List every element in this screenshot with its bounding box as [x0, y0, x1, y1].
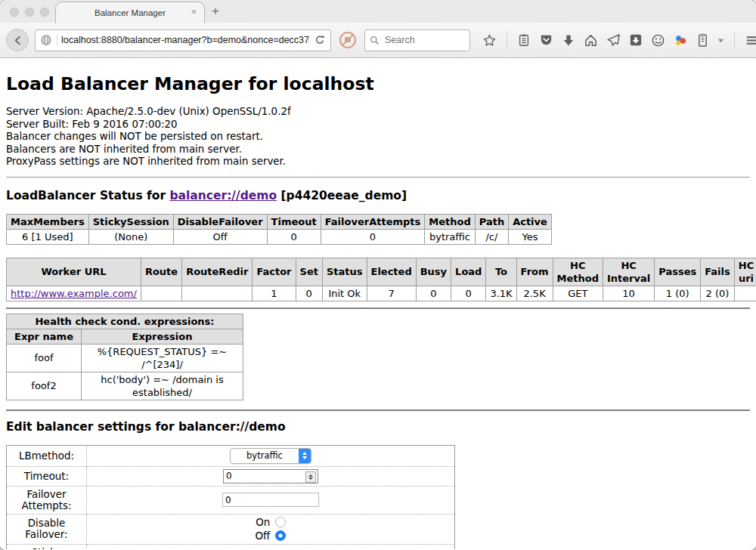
disable-failover-off-radio[interactable]: [275, 530, 286, 541]
worker-url-link[interactable]: http://www.example.com/: [11, 288, 137, 299]
search-input[interactable]: [383, 34, 462, 46]
screenshot-download-icon[interactable]: [629, 33, 643, 47]
menu-hamburger-icon[interactable]: [745, 33, 756, 48]
cell-expr-name: foof2: [7, 372, 82, 400]
form-row-disable-failover: Disable Failover: On Off: [7, 514, 455, 544]
cell-set: 0: [296, 286, 322, 301]
url-text[interactable]: localhost:8880/balancer-manager?b=demo&n…: [57, 35, 308, 45]
col-timeout: Timeout: [267, 214, 321, 229]
form-row-timeout: Timeout:: [7, 466, 455, 486]
col-route: Route: [141, 258, 181, 286]
zoom-window-button[interactable]: [40, 8, 49, 17]
worker-status-table: Worker URL Route RouteRedir Factor Set S…: [6, 258, 756, 301]
col-failoverattempts: FailoverAttempts: [321, 214, 425, 229]
server-info: Server Version: Apache/2.5.0-dev (Unix) …: [6, 106, 750, 168]
cell-path: /c/: [475, 229, 508, 244]
col-disablefailover: DisableFailover: [173, 214, 267, 229]
timeout-label: Timeout:: [7, 466, 87, 486]
col-hc-interval: HC Interval: [603, 258, 654, 286]
colored-dots-addon-icon[interactable]: [674, 33, 688, 48]
reload-button[interactable]: [308, 35, 330, 45]
col-to: To: [486, 258, 516, 286]
col-passes: Passes: [655, 258, 701, 286]
col-stickysession: StickySession: [88, 214, 173, 229]
back-arrow-icon: [12, 35, 23, 46]
device-battery-icon[interactable]: [696, 33, 709, 48]
worker-row: http://www.example.com/ 1 0 Init Ok 7 0 …: [7, 286, 756, 301]
select-stepper-icon: [299, 449, 311, 463]
navigation-toolbar: localhost:8880/balancer-manager?b=demo&n…: [0, 23, 756, 58]
health-table-title: Health check cond. expressions:: [7, 314, 243, 329]
cell-hc-uri: [734, 286, 756, 301]
form-row-failover-attempts: Failover Attempts:: [7, 486, 455, 514]
lbmethod-selected-value: bytraffic: [231, 449, 299, 463]
balancer-demo-link[interactable]: balancer://demo: [169, 189, 277, 202]
page-title: Load Balancer Manager for localhost: [6, 73, 750, 94]
table-title-row: Health check cond. expressions:: [7, 314, 243, 329]
server-built-line: Server Built: Feb 9 2016 07:00:20: [6, 119, 750, 131]
section-divider: [6, 177, 750, 178]
cell-stickysession: (None): [88, 229, 173, 244]
close-tab-icon[interactable]: ×: [191, 7, 197, 17]
col-method: Method: [425, 214, 475, 229]
inherit-warning-line: Balancers are NOT inherited from main se…: [6, 144, 750, 156]
page-content: Load Balancer Manager for localhost Serv…: [0, 58, 756, 549]
col-fails: Fails: [701, 258, 735, 286]
cell-routeredir: [182, 286, 253, 301]
table-header-row: Expr name Expression: [7, 329, 243, 344]
toolbar-buttons: [482, 32, 756, 48]
feedback-smiley-icon[interactable]: [651, 33, 665, 48]
pocket-icon[interactable]: [539, 33, 553, 48]
cell-maxmembers: 6 [1 Used]: [7, 229, 89, 244]
col-from: From: [516, 258, 553, 286]
close-window-button[interactable]: [10, 8, 19, 17]
tab-strip: Balancer Manager × +: [0, 0, 756, 23]
cell-route: [141, 286, 181, 301]
disable-failover-on-radio[interactable]: [275, 517, 286, 527]
cell-to: 3.1K: [486, 286, 516, 301]
failover-attempts-input[interactable]: [222, 493, 319, 507]
browser-window: Balancer Manager × + localhost:8880/bala…: [0, 0, 756, 550]
number-spinner-icon[interactable]: [305, 471, 316, 483]
cell-disablefailover: Off: [173, 229, 267, 244]
cell-method: bytraffic: [425, 229, 475, 244]
lbmethod-label: LBmethod:: [7, 445, 87, 466]
back-button[interactable]: [6, 29, 29, 51]
content-blocked-badge-icon[interactable]: [339, 31, 357, 49]
cell-hc-interval: 10: [603, 286, 654, 301]
tab-balancer-manager[interactable]: Balancer Manager ×: [55, 2, 205, 23]
window-controls[interactable]: [10, 8, 49, 17]
timeout-input[interactable]: [223, 469, 318, 484]
home-icon[interactable]: [584, 33, 598, 48]
col-busy: Busy: [416, 258, 451, 286]
health-expr-row: foof %{REQUEST_STATUS} =~ /^[234]/: [7, 344, 243, 372]
balancer-status-table: MaxMembers StickySession DisableFailover…: [6, 214, 552, 245]
health-expr-row: foof2 hc('body') =~ /domain is establish…: [7, 372, 243, 400]
cell-from: 2.5K: [516, 286, 553, 301]
bookmark-star-icon[interactable]: [482, 33, 497, 48]
lbmethod-select[interactable]: bytraffic: [230, 448, 311, 464]
table-row: 6 [1 Used] (None) Off 0 0 bytraffic /c/ …: [7, 229, 552, 244]
server-version-line: Server Version: Apache/2.5.0-dev (Unix) …: [6, 106, 750, 119]
search-bar[interactable]: [364, 29, 470, 51]
url-bar[interactable]: localhost:8880/balancer-manager?b=demo&n…: [35, 29, 331, 51]
site-identity-globe-icon[interactable]: [36, 34, 57, 46]
radio-on-label: On: [256, 517, 270, 528]
dropdown-caret-icon[interactable]: [717, 37, 724, 44]
col-path: Path: [475, 214, 508, 229]
col-load: Load: [451, 258, 486, 286]
form-row-lbmethod: LBmethod: bytraffic: [7, 445, 455, 466]
disable-failover-label: Disable Failover:: [7, 514, 87, 544]
persist-warning-line: Balancer changes will NOT be persisted o…: [6, 131, 750, 144]
sticky-session-label: Sticky Session:: [7, 544, 87, 549]
col-expression: Expression: [82, 329, 243, 344]
col-hc-method: HC Method: [553, 258, 603, 286]
downloads-arrow-icon[interactable]: [562, 33, 575, 47]
table-header-row: Worker URL Route RouteRedir Factor Set S…: [7, 258, 756, 286]
new-tab-button[interactable]: +: [212, 4, 219, 19]
send-plane-icon[interactable]: [606, 33, 621, 48]
section-divider: [6, 409, 750, 411]
reading-list-icon[interactable]: [517, 33, 531, 47]
edit-balancer-form: LBmethod: bytraffic Timeout:: [6, 445, 455, 549]
minimize-window-button[interactable]: [25, 8, 34, 17]
